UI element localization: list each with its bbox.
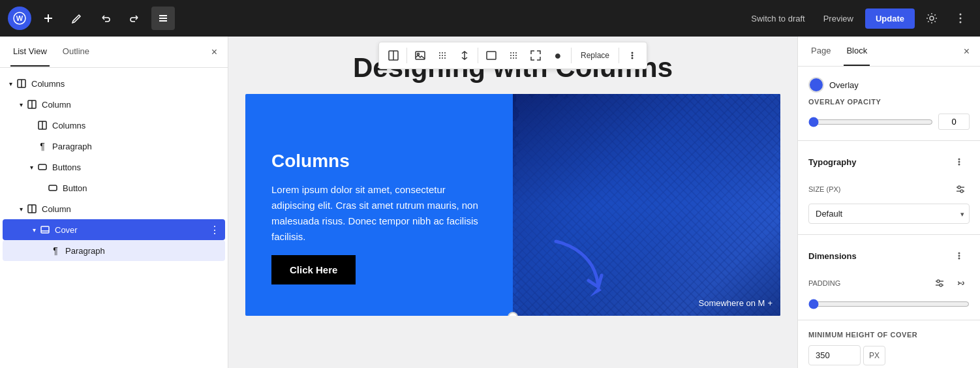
cover-heading: Columns (271, 151, 487, 172)
toolbar-color-button[interactable]: ● (547, 45, 568, 66)
overlay-section: Overlay OVERLAY OPACITY (798, 67, 980, 141)
label-columns-nested: Columns (52, 121, 222, 130)
tree-item-column-1[interactable]: ▾ Column (0, 94, 228, 115)
topbar: W Switch to draft Preview Update (0, 0, 980, 37)
svg-rect-5 (159, 18, 167, 19)
overlay-opacity-slider[interactable] (808, 117, 933, 127)
sidebar-right-close-button[interactable]: × (964, 46, 970, 57)
cover-block[interactable]: Columns Lorem ipsum dolor sit amet, cons… (245, 94, 780, 316)
overlay-label: Overlay (829, 80, 859, 90)
overlay-opacity-label: OVERLAY OPACITY (808, 98, 970, 106)
redo-button[interactable] (123, 7, 146, 30)
tab-outline[interactable]: Outline (60, 37, 92, 67)
padding-slider[interactable] (808, 299, 970, 309)
svg-point-60 (958, 258, 960, 260)
preview-button[interactable]: Preview (817, 10, 860, 27)
label-column-2: Column (42, 204, 222, 214)
tree-item-paragraph-1[interactable]: ▾ ¶ Paragraph (0, 136, 228, 157)
tree-item-buttons[interactable]: ▾ Buttons (0, 157, 228, 177)
min-height-input[interactable] (808, 345, 861, 365)
cover-right-column: Somewhere on M + (513, 94, 780, 316)
tree-item-button-1[interactable]: ▾ Button (0, 177, 228, 198)
svg-point-51 (958, 159, 960, 161)
min-height-input-row: PX (808, 345, 970, 365)
more-options-button[interactable] (949, 7, 972, 30)
cover-cta-button[interactable]: Click Here (271, 255, 356, 284)
switch-draft-button[interactable]: Switch to draft (744, 10, 811, 27)
typography-header: Typography (808, 151, 970, 172)
update-button[interactable]: Update (865, 8, 915, 29)
size-tune-button[interactable] (951, 180, 970, 198)
size-label: SIZE (PX) (808, 185, 841, 193)
toolbar-sep-4 (619, 48, 619, 63)
tab-list-view[interactable]: List View (10, 37, 50, 67)
sidebar-close-button[interactable]: × (211, 46, 217, 58)
tree-view: ▾ Columns ▾ Column ▾ Columns (0, 68, 228, 368)
svg-point-35 (444, 57, 446, 59)
svg-point-9 (960, 18, 962, 20)
toolbar-columns-icon[interactable] (383, 45, 404, 66)
cover-actions-icon[interactable]: ⋮ (209, 224, 220, 236)
padding-actions (930, 274, 970, 292)
tree-item-columns-root[interactable]: ▾ Columns (0, 73, 228, 94)
chevron-columns-root: ▾ (5, 78, 16, 89)
toolbar-grid-button[interactable] (432, 45, 453, 66)
icon-paragraph-2: ¶ (50, 245, 61, 256)
svg-point-47 (632, 55, 634, 57)
padding-link-button[interactable] (951, 274, 970, 292)
tree-item-paragraph-2[interactable]: ▾ ¶ Paragraph (3, 240, 225, 261)
tab-block[interactable]: Block (844, 37, 870, 66)
tree-item-columns-nested[interactable]: ▾ Columns (0, 115, 228, 136)
toolbar-updown-button[interactable] (454, 45, 475, 66)
toolbar-image-button[interactable] (410, 45, 431, 66)
toolbar-dots-button[interactable] (503, 45, 524, 66)
dimensions-more-button[interactable] (949, 245, 970, 266)
min-height-label: MINIMUM HEIGHT OF COVER (808, 331, 970, 339)
svg-point-37 (510, 52, 512, 54)
overlay-color-swatch[interactable] (808, 77, 824, 93)
topbar-right: Switch to draft Preview Update (744, 7, 972, 30)
typography-more-button[interactable] (949, 151, 970, 172)
toolbar-align-button[interactable] (481, 45, 502, 66)
padding-tune-button[interactable] (930, 274, 949, 292)
wp-logo: W (8, 7, 31, 30)
svg-point-38 (513, 52, 514, 54)
min-height-section: MINIMUM HEIGHT OF COVER PX (798, 320, 980, 368)
icon-column-2 (26, 203, 38, 215)
padding-row: PADDING (808, 274, 970, 292)
svg-rect-17 (38, 164, 46, 170)
svg-point-57 (960, 190, 963, 192)
tree-item-column-2[interactable]: ▾ Column (0, 198, 228, 219)
size-select[interactable]: Default Small Medium Large X-Large (808, 204, 970, 224)
cover-caption-text: Somewhere on M (699, 298, 765, 308)
dimensions-section: Dimensions PADDING (798, 235, 980, 320)
svg-point-58 (958, 253, 960, 254)
svg-point-31 (442, 55, 443, 56)
sidebar-left: List View Outline × ▾ Columns ▾ Column (0, 37, 228, 368)
list-view-button[interactable] (151, 7, 175, 30)
padding-label: PADDING (808, 279, 840, 287)
icon-column-1 (26, 99, 38, 110)
chevron-cover: ▾ (29, 224, 39, 235)
label-button-1: Button (63, 183, 222, 193)
tab-page[interactable]: Page (808, 37, 833, 66)
toolbar-sep-2 (478, 48, 478, 63)
svg-point-29 (444, 52, 446, 54)
undo-button[interactable] (94, 7, 117, 30)
icon-buttons (37, 161, 48, 173)
svg-point-41 (513, 55, 514, 56)
toolbar-more-button[interactable] (622, 45, 643, 66)
overlay-opacity-value[interactable] (938, 114, 970, 130)
svg-point-43 (510, 57, 512, 59)
label-paragraph-2: Paragraph (65, 246, 220, 256)
size-actions (951, 180, 970, 198)
svg-point-48 (632, 57, 634, 59)
edit-button[interactable] (65, 7, 89, 30)
svg-point-42 (515, 55, 517, 56)
add-block-button[interactable] (37, 7, 60, 30)
toolbar-fullscreen-button[interactable] (525, 45, 546, 66)
settings-button[interactable] (920, 7, 943, 30)
tree-item-cover[interactable]: ▾ Cover ⋮ (3, 219, 225, 240)
cover-body-text: Lorem ipsum dolor sit amet, consectetur … (271, 182, 487, 245)
toolbar-replace-button[interactable]: Replace (574, 48, 616, 63)
